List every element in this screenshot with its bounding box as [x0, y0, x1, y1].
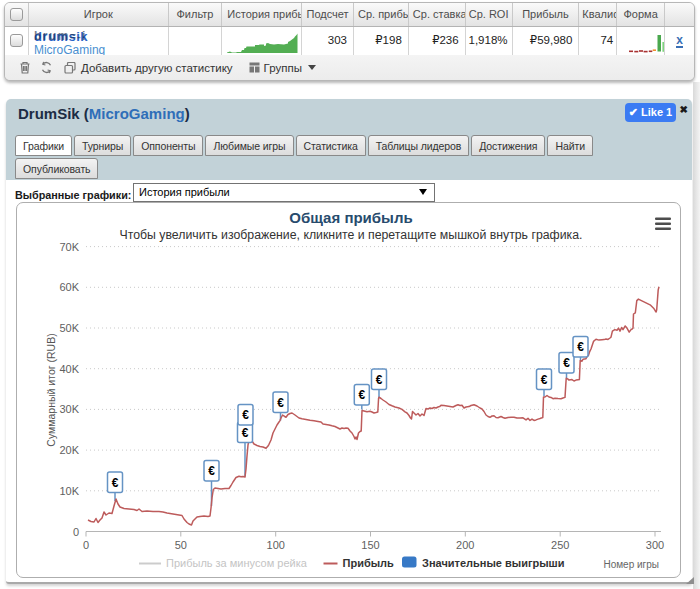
svg-text:30K: 30K [59, 403, 79, 415]
svg-text:70K: 70K [59, 241, 79, 253]
svg-text:Значительные выигрыши: Значительные выигрыши [422, 557, 565, 569]
svg-text:€: € [112, 476, 119, 490]
svg-text:Общая прибыль: Общая прибыль [289, 209, 412, 226]
svg-text:€: € [358, 388, 365, 402]
svg-text:€: € [376, 373, 383, 387]
svg-text:200: 200 [456, 539, 474, 551]
svg-text:20K: 20K [59, 444, 79, 456]
svg-text:0: 0 [83, 539, 89, 551]
svg-text:150: 150 [361, 539, 379, 551]
svg-text:€: € [577, 340, 584, 354]
svg-text:0: 0 [73, 526, 79, 538]
svg-text:60K: 60K [59, 281, 79, 293]
svg-text:Номер игры: Номер игры [603, 559, 659, 570]
svg-text:300: 300 [646, 539, 664, 551]
svg-text:Чтобы увеличить изображение, к: Чтобы увеличить изображение, кликните и … [120, 228, 583, 242]
svg-text:Прибыль за минусом рейка: Прибыль за минусом рейка [166, 557, 308, 569]
svg-text:50K: 50K [59, 322, 79, 334]
svg-text:Суммарный итог (RUB): Суммарный итог (RUB) [45, 333, 57, 446]
svg-text:€: € [242, 408, 249, 422]
svg-text:Прибыль: Прибыль [343, 557, 395, 569]
svg-text:10K: 10K [59, 485, 79, 497]
svg-text:40K: 40K [59, 363, 79, 375]
svg-text:€: € [208, 464, 215, 478]
svg-text:100: 100 [267, 539, 285, 551]
svg-text:€: € [563, 356, 570, 370]
svg-text:€: € [277, 396, 284, 410]
svg-text:€: € [242, 426, 249, 440]
svg-text:€: € [541, 373, 548, 387]
svg-text:250: 250 [551, 539, 569, 551]
svg-text:50: 50 [175, 539, 187, 551]
